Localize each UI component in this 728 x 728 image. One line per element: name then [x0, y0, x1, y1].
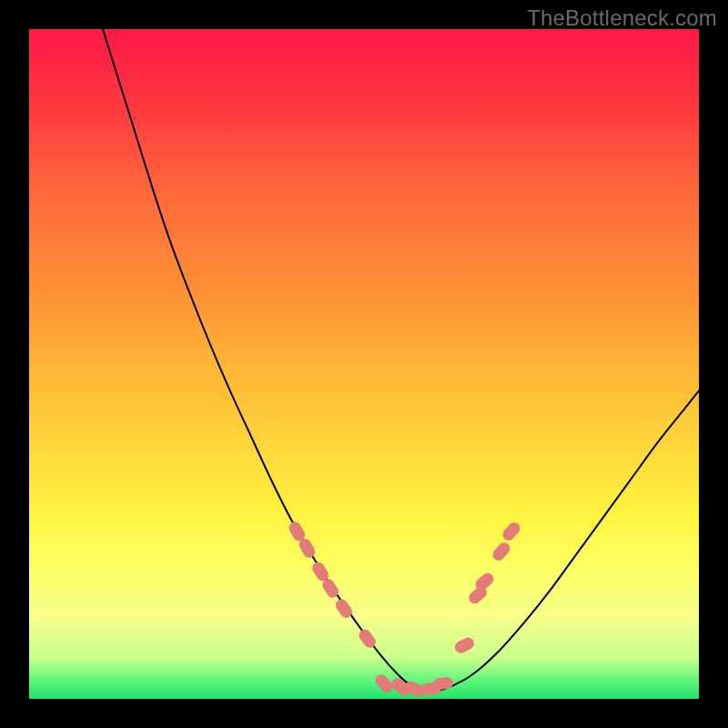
chart-frame: TheBottleneck.com [0, 0, 728, 728]
plot-area [29, 29, 699, 699]
bottleneck-chart [29, 29, 699, 699]
gradient-background [29, 29, 699, 699]
watermark-label: TheBottleneck.com [527, 5, 717, 31]
